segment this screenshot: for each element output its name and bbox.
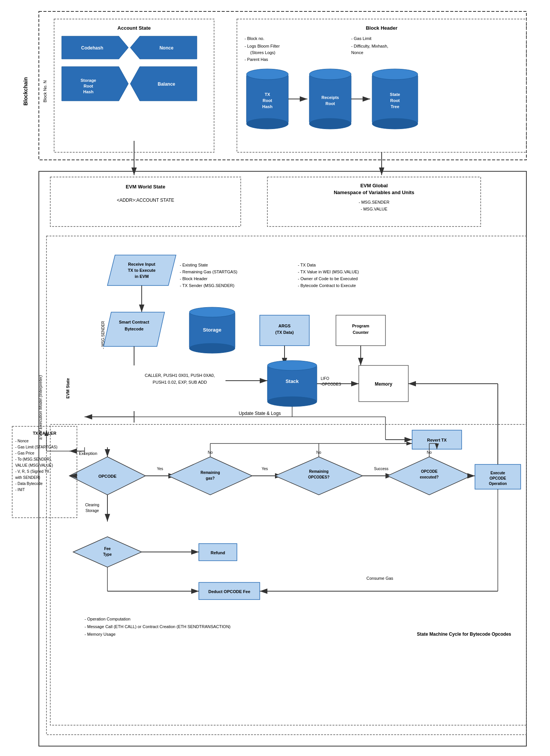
bottom-label3: - Memory Usage: [85, 632, 115, 636]
success-label: Success: [374, 467, 389, 471]
bh-item5: - Gas Limit: [351, 36, 371, 41]
fee-type-diamond: [73, 537, 142, 567]
program-counter-label1: Program: [352, 324, 369, 328]
tc-item7: with SENDER): [15, 475, 40, 480]
evm-global-item2: - MSG.VALUE: [361, 207, 387, 211]
tc-item9: - INIT: [15, 488, 25, 492]
stack-bottom: [267, 397, 317, 407]
tx-root-label3: Hash: [262, 104, 273, 109]
balance-label: Balance: [158, 81, 175, 87]
tx-root-label2: Root: [262, 98, 272, 103]
storage-top: [189, 307, 235, 317]
remaining-gas-label2: gas?: [206, 476, 214, 480]
memory-label: Memory: [375, 381, 392, 387]
receipts-top: [309, 69, 351, 80]
evm-global-title2: Namespace of Variables and Units: [334, 190, 414, 195]
tx-root-label1: TX: [265, 92, 270, 97]
state-root-label2: Root: [390, 98, 400, 103]
remaining-opcodes-label2: OPCODES?: [308, 475, 329, 479]
storage-bottom: [189, 343, 235, 353]
tc-item4: - To (MSG.SENDER),: [15, 457, 52, 461]
tc-item6: - V, R, S (Signed TX: [15, 469, 50, 474]
remaining-opcodes-label1: Remaining: [309, 469, 328, 474]
smart-contract-label1: Smart Contract: [119, 320, 149, 324]
exec-info-l2: - Remaining Gas (STARTGAS): [180, 270, 237, 274]
storage-root-shape: [62, 67, 128, 101]
bh-item7: Nonce: [351, 50, 363, 55]
execute-opcode-label1: Execute: [491, 471, 505, 475]
args-label1: ARGS: [278, 324, 291, 328]
exec-info-l4: - TX Sender (MSG.SENDER): [180, 283, 234, 288]
bottom-label2: - Message Call (ETH CALL) or Contract Cr…: [85, 624, 230, 629]
blockchain-label: Blockchain: [22, 77, 29, 106]
yes-label-1: Yes: [157, 467, 163, 471]
evm-world-title: EVM World State: [126, 184, 165, 190]
receive-input-label3: in EVM: [135, 274, 149, 279]
remaining-gas-label1: Remaining: [200, 471, 220, 475]
opcode-label: OPCODE: [98, 474, 117, 478]
main-diagram: Blockchain Block No. N Account State Cod…: [8, 8, 534, 754]
stack-label: Stack: [286, 378, 299, 384]
state-machine-label: State Machine Cycle for Bytecode Opcodes: [417, 632, 512, 637]
exec-info-r1: - TX Data: [298, 263, 316, 267]
bottom-label1: - Operation Computation: [85, 617, 130, 621]
refund-label: Refund: [211, 550, 225, 555]
exec-info-r3: - Owner of Code to be Executed: [298, 276, 358, 281]
stack-top: [267, 360, 317, 370]
exec-info-r4: - Bytecode Contract to Execute: [298, 283, 356, 288]
storage-root-label3: Hash: [83, 89, 94, 94]
evm-world-content: <ADDR>:ACCOUNT STATE: [117, 198, 174, 203]
revert-tx-label: Revert TX: [427, 438, 447, 442]
main-container: Blockchain Block No. N Account State Cod…: [8, 8, 542, 755]
program-counter-label2: Counter: [353, 330, 369, 335]
fee-type-label1: Fee: [104, 547, 111, 551]
consume-gas-label: Consume Gas: [366, 576, 393, 581]
evm-border: [39, 171, 526, 746]
smart-contract-label2: Bytecode: [125, 327, 144, 331]
yes-label-2: Yes: [262, 467, 268, 471]
receipts-bottom: [309, 118, 351, 129]
evm-global-item1: - MSG.SENDER: [359, 200, 390, 204]
opcodes-text2: PUSH1 0.02, EXP, SUB ADD: [153, 380, 207, 384]
bh-item4: - Parent Has: [245, 57, 268, 62]
state-root-label1: State: [390, 92, 400, 97]
tc-item8: - Data Bytecode: [15, 482, 43, 486]
diagram-container: Blockchain Block No. N Account State Cod…: [8, 8, 542, 755]
tc-item3: - Gas Price: [15, 451, 34, 455]
tc-item5: VALUE (MSG.VALUE): [15, 463, 53, 467]
bh-item1: - Block no.: [245, 36, 264, 41]
evm-global-title1: EVM Global: [360, 183, 388, 188]
storage-root-label: Storage: [81, 78, 96, 83]
bh-item2: - Logs Bloom Filter: [245, 44, 280, 48]
exec-info-r2: - TX Value in WEI (MSG.VALUE): [298, 270, 359, 274]
codehash-label: Codehash: [81, 45, 103, 51]
clearing-storage-label2: Storage: [85, 509, 99, 513]
execute-opcode-label3: Operation: [489, 482, 507, 486]
opcodes-text1: CALLER, PUSH1 0X01, PUSH 0XA0,: [145, 373, 215, 378]
tc-item1: - Nonce: [15, 439, 29, 443]
storage-root-label2: Root: [83, 84, 93, 88]
exception-label: Exception: [79, 451, 97, 456]
opcode-executed-label1: OPCODE: [421, 469, 438, 474]
receipts-label2: Root: [325, 101, 335, 106]
bh-item6: - Difficulty, Mixhash,: [351, 44, 388, 48]
evm-state-label: EVM State: [66, 378, 70, 399]
block-header-title: Block Header: [366, 25, 397, 31]
execute-opcode-label2: OPCODE: [489, 476, 506, 480]
tx-caller-title: TX CALLER: [33, 431, 56, 435]
receipts-label1: Receipts: [321, 95, 339, 100]
args-label2: (TX Data): [275, 330, 294, 335]
storage-label: Storage: [203, 327, 221, 333]
block-no-label: Block No. N: [43, 80, 47, 102]
nonce-label: Nonce: [160, 45, 174, 51]
update-state-label: Update State & Logs: [239, 411, 281, 416]
fee-type-label2: Type: [103, 552, 112, 557]
exec-info-l3: - Block Header: [180, 276, 208, 281]
tx-root-top: [246, 69, 288, 80]
state-root-label3: Tree: [391, 104, 400, 109]
receive-input-label1: Receive Input: [128, 262, 155, 266]
deduct-fee-label: Deduct OPCODE Fee: [208, 589, 250, 594]
evm-execution-label: EVM Execution Model (Interpreter): [38, 375, 43, 440]
clearing-storage-label: Clearing: [85, 503, 99, 507]
tc-item2: - Gas Limit (STARTGAS): [15, 445, 58, 449]
